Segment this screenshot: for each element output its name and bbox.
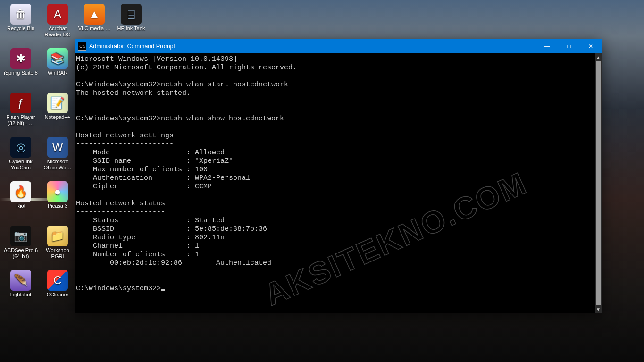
ccleaner-label: CCleaner xyxy=(47,292,68,298)
command-prompt-window: C:\ Administrator: Command Prompt — □ ✕ … xyxy=(75,39,602,313)
hp-ink-icon: ⌸ xyxy=(121,4,142,25)
acdsee-label: ACDSee Pro 6 (64-bit) xyxy=(3,247,38,260)
desktop: 🗑Recycle Bin✱iSpring Suite 8ƒFlash Playe… xyxy=(0,0,644,362)
riot-icon: 🔥 xyxy=(10,181,31,202)
ispring-icon: ✱ xyxy=(10,48,31,69)
desktop-icon-picasa[interactable]: ●Picasa 3 xyxy=(40,181,75,209)
desktop-icon-recycle-bin[interactable]: 🗑Recycle Bin xyxy=(3,4,39,32)
terminal-output[interactable]: Microsoft Windows [Version 10.0.14393] (… xyxy=(75,53,595,313)
winrar-label: WinRAR xyxy=(48,70,67,76)
recycle-bin-icon: 🗑 xyxy=(10,4,31,25)
desktop-icon-flash[interactable]: ƒFlash Player (32-bit) - … xyxy=(3,93,39,126)
desktop-icon-riot[interactable]: 🔥Riot xyxy=(3,181,39,209)
scroll-up-icon[interactable]: ▲ xyxy=(595,53,602,61)
picasa-label: Picasa 3 xyxy=(48,203,67,209)
window-title: Administrator: Command Prompt xyxy=(89,43,536,50)
cmd-icon: C:\ xyxy=(78,42,86,51)
desktop-icon-youcam[interactable]: ◎CyberLink YouCam xyxy=(3,137,39,171)
desktop-icon-hp-ink[interactable]: ⌸HP Ink Tank xyxy=(113,4,149,32)
notepadpp-label: Notepad++ xyxy=(45,114,70,120)
vertical-scrollbar[interactable]: ▲ ▼ xyxy=(595,53,602,313)
desktop-icon-word[interactable]: WMicrosoft Office Wo… xyxy=(40,137,75,171)
desktop-icon-workshop[interactable]: 📁Workshop PGRI xyxy=(40,226,75,260)
picasa-icon: ● xyxy=(47,181,68,202)
desktop-icon-lightshot[interactable]: 🪶Lightshot xyxy=(3,270,39,298)
lightshot-icon: 🪶 xyxy=(10,270,31,291)
close-button[interactable]: ✕ xyxy=(580,39,602,53)
hp-ink-label: HP Ink Tank xyxy=(117,25,145,32)
ccleaner-icon: C xyxy=(47,270,68,291)
winrar-icon: 📚 xyxy=(47,48,68,69)
acrobat-label: Acrobat Reader DC xyxy=(40,25,75,38)
desktop-icon-vlc[interactable]: ▲VLC media … xyxy=(76,4,112,32)
word-label: Microsoft Office Wo… xyxy=(40,159,75,171)
scroll-down-icon[interactable]: ▼ xyxy=(595,305,602,313)
minimize-button[interactable]: — xyxy=(536,39,558,53)
notepadpp-icon: 📝 xyxy=(47,93,68,113)
workshop-icon: 📁 xyxy=(47,226,68,246)
youcam-label: CyberLink YouCam xyxy=(3,159,38,171)
flash-label: Flash Player (32-bit) - … xyxy=(3,114,38,126)
lightshot-label: Lightshot xyxy=(10,292,32,298)
flash-icon: ƒ xyxy=(10,93,31,113)
maximize-button[interactable]: □ xyxy=(558,39,580,53)
desktop-icon-acrobat[interactable]: AAcrobat Reader DC xyxy=(40,4,75,38)
desktop-icon-acdsee[interactable]: 📷ACDSee Pro 6 (64-bit) xyxy=(3,226,39,260)
vlc-label: VLC media … xyxy=(78,25,110,32)
youcam-icon: ◎ xyxy=(10,137,31,158)
workshop-label: Workshop PGRI xyxy=(40,247,75,260)
scroll-thumb[interactable] xyxy=(596,61,601,305)
desktop-icon-notepadpp[interactable]: 📝Notepad++ xyxy=(40,93,75,120)
word-icon: W xyxy=(47,137,68,158)
terminal-area: Microsoft Windows [Version 10.0.14393] (… xyxy=(75,53,602,313)
ispring-label: iSpring Suite 8 xyxy=(4,70,38,76)
desktop-icon-winrar[interactable]: 📚WinRAR xyxy=(40,48,75,76)
desktop-icon-ispring[interactable]: ✱iSpring Suite 8 xyxy=(3,48,39,76)
acdsee-icon: 📷 xyxy=(10,226,31,246)
titlebar[interactable]: C:\ Administrator: Command Prompt — □ ✕ xyxy=(75,39,602,53)
recycle-bin-label: Recycle Bin xyxy=(7,25,34,32)
desktop-icon-ccleaner[interactable]: CCCleaner xyxy=(40,270,75,298)
vlc-icon: ▲ xyxy=(84,4,105,25)
riot-label: Riot xyxy=(16,203,25,209)
acrobat-icon: A xyxy=(47,4,68,25)
